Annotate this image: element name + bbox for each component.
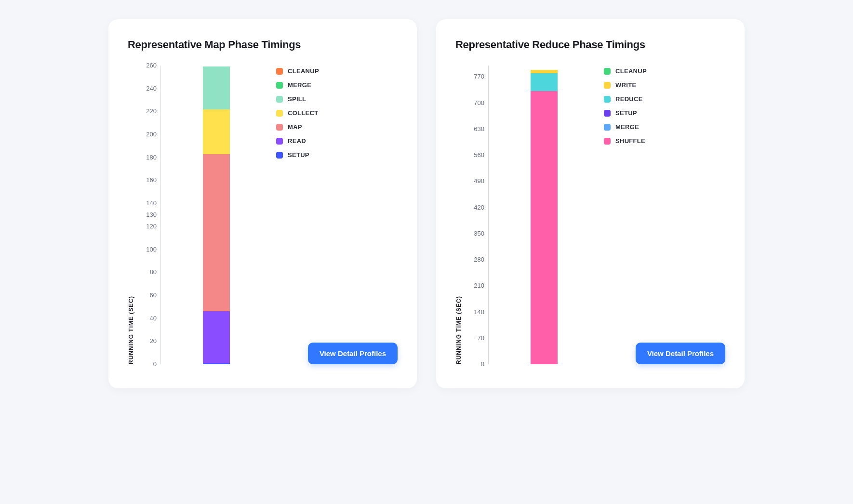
y-tick: 80 [150, 269, 157, 275]
legend-item-setup[interactable]: SETUP [604, 109, 725, 117]
y-tick: 70 [478, 335, 484, 341]
legend-label: MERGE [288, 81, 311, 89]
y-tick: 40 [150, 315, 157, 321]
bar-segment-read [203, 311, 230, 363]
legend-label: REDUCE [615, 95, 643, 103]
legend-swatch [604, 124, 611, 131]
legend-item-map[interactable]: MAP [276, 123, 398, 131]
y-tick: 140 [474, 309, 484, 315]
y-tick: 130 [146, 212, 157, 218]
legend-label: SPILL [288, 95, 306, 103]
reduce-phase-card: Representative Reduce Phase Timings RUNN… [436, 19, 745, 388]
y-tick: 20 [150, 338, 157, 344]
legend-label: SETUP [615, 109, 637, 117]
legend-swatch [604, 68, 611, 75]
legend-swatch [276, 82, 283, 89]
y-tick: 140 [146, 200, 157, 206]
legend-swatch [276, 110, 283, 117]
legend-label: MERGE [615, 123, 639, 131]
chart-area: RUNNING TIME (SEC) 260240220200180160140… [128, 66, 398, 364]
legend-swatch [604, 110, 611, 117]
legend-swatch [276, 68, 283, 75]
y-tick: 210 [474, 282, 484, 289]
legend-item-write[interactable]: WRITE [604, 81, 725, 89]
view-detail-button[interactable]: View Detail Profiles [308, 343, 398, 364]
y-tick: 60 [150, 292, 157, 298]
legend-label: WRITE [615, 81, 636, 89]
y-tick: 490 [474, 178, 484, 184]
legend-swatch [276, 96, 283, 103]
y-axis-label: RUNNING TIME (SEC) [128, 296, 134, 364]
legend-label: CLEANUP [615, 67, 647, 75]
stacked-bar [531, 70, 558, 364]
legend-swatch [276, 138, 283, 145]
legend-item-cleanup[interactable]: CLEANUP [604, 67, 725, 75]
bar-segment-reduce [531, 73, 558, 91]
bar-segment-shuffle [531, 91, 558, 364]
y-tick: 100 [146, 246, 157, 252]
y-tick: 700 [474, 100, 484, 106]
legend-swatch [276, 124, 283, 131]
legend-item-reduce[interactable]: REDUCE [604, 95, 725, 103]
legend: CLEANUPWRITEREDUCESETUPMERGESHUFFLE [599, 66, 725, 364]
y-tick: 160 [146, 177, 157, 183]
legend-label: SHUFFLE [615, 137, 645, 145]
legend: CLEANUPMERGESPILLCOLLECTMAPREADSETUP [271, 66, 398, 364]
y-axis-ticks: 260240220200180160140130120100806040200 [138, 66, 160, 364]
stacked-bar [203, 66, 230, 364]
y-tick: 260 [146, 62, 157, 68]
y-axis-label: RUNNING TIME (SEC) [455, 296, 462, 364]
legend-item-read[interactable]: READ [276, 137, 398, 145]
legend-label: MAP [288, 123, 302, 131]
map-phase-card: Representative Map Phase Timings RUNNING… [108, 19, 417, 388]
chart-area: RUNNING TIME (SEC) 770700630560490420350… [455, 66, 725, 364]
legend-item-cleanup[interactable]: CLEANUP [276, 67, 398, 75]
y-tick: 0 [153, 361, 157, 367]
bar-segment-map [203, 154, 230, 312]
y-tick: 120 [146, 223, 157, 229]
legend-item-merge[interactable]: MERGE [276, 81, 398, 89]
bar-segment-setup [203, 363, 230, 364]
y-tick: 180 [146, 154, 157, 160]
card-title: Representative Map Phase Timings [128, 39, 398, 51]
y-tick: 0 [481, 361, 484, 367]
plot-area [488, 66, 599, 364]
legend-swatch [604, 82, 611, 89]
legend-item-shuffle[interactable]: SHUFFLE [604, 137, 725, 145]
legend-item-spill[interactable]: SPILL [276, 95, 398, 103]
legend-label: COLLECT [288, 109, 318, 117]
legend-label: SETUP [288, 151, 309, 159]
plot-area [160, 66, 271, 364]
y-tick: 280 [474, 256, 484, 263]
y-tick: 350 [474, 230, 484, 237]
y-tick: 560 [474, 152, 484, 158]
card-title: Representative Reduce Phase Timings [455, 39, 725, 51]
legend-label: READ [288, 137, 306, 145]
legend-swatch [604, 138, 611, 145]
bar-segment-spill [203, 66, 230, 109]
y-axis-ticks: 770700630560490420350280210140700 [466, 66, 488, 364]
view-detail-button[interactable]: View Detail Profiles [636, 343, 725, 364]
legend-item-collect[interactable]: COLLECT [276, 109, 398, 117]
y-tick: 200 [146, 131, 157, 137]
legend-item-merge[interactable]: MERGE [604, 123, 725, 131]
y-tick: 240 [146, 85, 157, 92]
y-tick: 220 [146, 108, 157, 114]
legend-swatch [604, 96, 611, 103]
y-tick: 770 [474, 73, 484, 80]
bar-segment-collect [203, 109, 230, 154]
y-tick: 420 [474, 204, 484, 211]
legend-swatch [276, 152, 283, 159]
y-tick: 630 [474, 126, 484, 132]
legend-item-setup[interactable]: SETUP [276, 151, 398, 159]
legend-label: CLEANUP [288, 67, 319, 75]
